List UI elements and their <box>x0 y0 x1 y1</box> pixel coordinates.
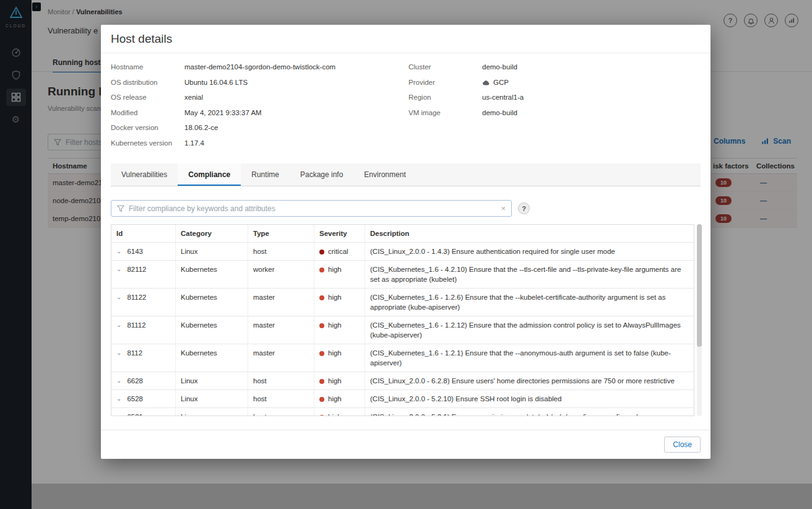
row-id: 81122 <box>127 292 146 302</box>
close-button[interactable]: Close <box>664 437 701 453</box>
screen: CLOUD ⚙ › Monitor / Vulnerabilities Vuln… <box>0 0 812 509</box>
compliance-row: ⌄6628Linuxhosthigh(CIS_Linux_2.0.0 - 6.2… <box>111 372 694 390</box>
detail-label: Docker version <box>111 123 184 133</box>
row-id: 82112 <box>127 264 146 274</box>
compliance-table: IdCategoryTypeSeverityDescription ⌄6143L… <box>111 224 694 416</box>
column-header-id[interactable]: Id <box>111 225 176 242</box>
id-cell: ⌄81122 <box>111 289 176 316</box>
severity-dot-high <box>319 351 324 356</box>
chevron-down-icon[interactable]: ⌄ <box>116 412 121 416</box>
host-details-modal: Host details Hostnamemaster-demo2104-sgo… <box>101 25 710 459</box>
column-header-category[interactable]: Category <box>176 225 248 242</box>
compliance-row: ⌄8112Kubernetesmasterhigh(CIS_Kubernetes… <box>111 344 694 372</box>
type-cell: master <box>248 344 314 372</box>
type-cell: host <box>248 372 314 389</box>
chevron-down-icon[interactable]: ⌄ <box>116 348 121 357</box>
tab-vulnerabilities[interactable]: Vulnerabilities <box>111 163 178 186</box>
type-cell: host <box>248 390 314 407</box>
filter-help-icon[interactable]: ? <box>518 202 530 214</box>
compliance-filter-input[interactable] <box>129 204 496 213</box>
row-id: 81112 <box>127 320 145 330</box>
detail-value-text: GCP <box>493 77 509 88</box>
compliance-table-body: ⌄6143Linuxhostcritical(CIS_Linux_2.0.0 -… <box>111 243 694 416</box>
severity-dot-high <box>319 379 324 384</box>
detail-label: OS release <box>111 92 184 103</box>
compliance-table-header: IdCategoryTypeSeverityDescription <box>111 225 694 243</box>
detail-value: us-central1-a <box>482 92 524 103</box>
tab-environment[interactable]: Environment <box>353 163 416 186</box>
chevron-down-icon[interactable]: ⌄ <box>116 264 121 274</box>
tab-runtime[interactable]: Runtime <box>241 163 290 186</box>
category-cell: Linux <box>176 408 248 416</box>
severity-cell: high <box>314 372 365 389</box>
severity-dot-critical <box>319 250 324 254</box>
severity-cell: high <box>314 344 365 372</box>
severity-label: high <box>328 349 342 357</box>
detail-value-text: May 4, 2021 9:33:37 AM <box>184 108 262 118</box>
severity-label: high <box>328 321 342 329</box>
detail-value-text: Ubuntu 16.04.6 LTS <box>184 77 248 88</box>
chevron-down-icon[interactable]: ⌄ <box>116 376 121 385</box>
detail-value: demo-build <box>482 108 517 118</box>
severity-label: high <box>328 377 342 385</box>
severity-cell: high <box>314 408 365 416</box>
category-cell: Kubernetes <box>176 344 248 372</box>
tab-package-info[interactable]: Package info <box>290 163 353 186</box>
detail-value-text: master-demo2104-sgordon-demo-twistlock-c… <box>184 62 335 72</box>
detail-label: Region <box>408 92 482 103</box>
description-cell: (CIS_Kubernetes_1.6 - 1.2.6) Ensure that… <box>365 289 694 316</box>
details-left-column: Hostnamemaster-demo2104-sgordon-demo-twi… <box>111 62 408 153</box>
detail-value: May 4, 2021 9:33:37 AM <box>184 108 262 118</box>
type-cell: master <box>248 316 314 344</box>
detail-value: xenial <box>184 92 203 103</box>
detail-row: Regionus-central1-a <box>408 92 524 103</box>
chevron-down-icon[interactable]: ⌄ <box>116 394 121 403</box>
description-cell: (CIS_Kubernetes_1.6 - 1.2.1) Ensure that… <box>365 344 694 372</box>
detail-row: ModifiedMay 4, 2021 9:33:37 AM <box>111 108 408 118</box>
modal-title: Host details <box>111 32 172 46</box>
detail-value: Ubuntu 16.04.6 LTS <box>184 77 248 88</box>
severity-cell: critical <box>314 243 365 260</box>
id-cell: ⌄6143 <box>111 243 176 260</box>
severity-dot-high <box>319 397 324 402</box>
detail-row: Clusterdemo-build <box>408 62 524 72</box>
severity-dot-high <box>319 268 324 272</box>
detail-row: OS releasexenial <box>111 92 408 103</box>
severity-cell: high <box>314 316 365 344</box>
chevron-down-icon[interactable]: ⌄ <box>116 246 121 256</box>
id-cell: ⌄6521 <box>111 408 176 416</box>
description-cell: (CIS_Kubernetes_1.6 - 4.2.10) Ensure tha… <box>365 261 694 288</box>
id-cell: ⌄8112 <box>111 344 176 372</box>
gcp-icon <box>482 79 490 86</box>
scrollbar-thumb[interactable] <box>697 224 702 347</box>
detail-label: Hostname <box>111 62 184 72</box>
severity-cell: high <box>314 390 365 407</box>
clear-filter-icon[interactable]: × <box>501 204 506 212</box>
chevron-down-icon[interactable]: ⌄ <box>116 292 121 302</box>
column-header-type[interactable]: Type <box>248 225 314 242</box>
row-id: 6143 <box>127 246 143 256</box>
table-scrollbar[interactable] <box>697 224 702 416</box>
compliance-filter-row: × ? <box>111 200 530 217</box>
detail-row: VM imagedemo-build <box>408 108 524 118</box>
description-cell: (CIS_Kubernetes_1.6 - 1.2.12) Ensure tha… <box>365 316 694 344</box>
description-cell: (CIS_Linux_2.0.0 - 1.4.3) Ensure authent… <box>365 243 694 260</box>
severity-label: high <box>328 395 342 402</box>
compliance-row: ⌄6143Linuxhostcritical(CIS_Linux_2.0.0 -… <box>111 243 694 261</box>
column-header-description[interactable]: Description <box>365 225 694 242</box>
row-id: 8112 <box>127 348 142 358</box>
column-header-severity[interactable]: Severity <box>314 225 365 242</box>
tab-compliance[interactable]: Compliance <box>178 163 241 186</box>
type-cell: master <box>248 289 314 316</box>
description-cell: (CIS_Linux_2.0.0 - 6.2.8) Ensure users' … <box>365 372 694 389</box>
detail-label: OS distribution <box>111 77 184 88</box>
detail-value-text: us-central1-a <box>482 92 524 103</box>
type-cell: worker <box>248 261 314 288</box>
detail-label: VM image <box>408 108 482 118</box>
detail-value-text: demo-build <box>482 62 517 72</box>
compliance-row: ⌄6521Linuxhosthigh(CIS_Linux_2.0.0 - 5.2… <box>111 408 694 416</box>
category-cell: Kubernetes <box>176 261 248 288</box>
chevron-down-icon[interactable]: ⌄ <box>116 320 121 329</box>
detail-label: Kubernetes version <box>111 138 184 149</box>
id-cell: ⌄6628 <box>111 372 176 389</box>
